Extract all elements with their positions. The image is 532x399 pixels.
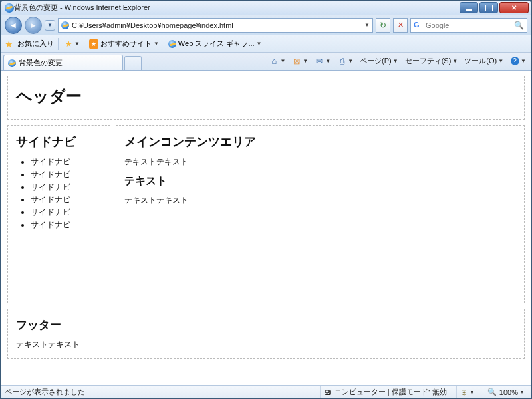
status-shield[interactable]: ▾ — [456, 386, 477, 398]
ie-icon — [5, 3, 14, 13]
zoom-value: 100% — [499, 388, 518, 396]
main-paragraph: テキストテキスト — [124, 156, 516, 168]
viewport: ヘッダー サイドナビ サイドナビ サイドナビ サイドナビ サイドナビ サイドナビ… — [1, 71, 531, 385]
sidenav-item[interactable]: サイドナビ — [31, 182, 102, 193]
search-icon[interactable]: 🔍 — [514, 21, 524, 30]
stop-button[interactable] — [393, 18, 408, 33]
command-bar: ▼ ▼ ▼ ▼ ページ(P)▼ セーフティ(S)▼ ツール(O)▼ ▼ — [267, 53, 529, 70]
favorites-label[interactable]: お気に入り — [17, 39, 54, 49]
suggested-label: おすすめサイト — [100, 39, 152, 49]
address-url: C:¥Users¥admin¥Desktop¥homepage¥index.ht… — [72, 21, 362, 29]
page-menu[interactable]: ページ(P)▼ — [357, 55, 401, 67]
mail-icon — [315, 57, 324, 66]
recent-pages-dropdown[interactable]: ▼ — [45, 20, 55, 31]
help-button[interactable]: ▼ — [507, 55, 529, 67]
webslice-label: Web スライス ギャラ... — [178, 39, 255, 49]
add-fav-icon: ★ — [65, 39, 72, 49]
sidenav-list: サイドナビ サイドナビ サイドナビ サイドナビ サイドナビ サイドナビ — [16, 156, 102, 231]
zoom-control[interactable]: 🔍 100% ▾ — [483, 386, 527, 398]
sidenav-item[interactable]: サイドナビ — [31, 207, 102, 218]
favorites-add-button[interactable]: ★ ▼ — [63, 38, 82, 50]
google-icon: G — [414, 21, 423, 30]
titlebar: 背景色の変更 - Windows Internet Explorer — [1, 1, 531, 15]
sidenav-box: サイドナビ サイドナビ サイドナビ サイドナビ サイドナビ サイドナビ サイドナ… — [7, 125, 110, 303]
home-button[interactable]: ▼ — [267, 55, 288, 67]
print-icon — [337, 57, 346, 66]
status-text: ページが表示されました — [5, 387, 85, 397]
safety-menu[interactable]: セーフティ(S)▼ — [402, 55, 461, 67]
webslice-icon — [168, 40, 176, 48]
header-box: ヘッダー — [7, 76, 525, 120]
search-box[interactable]: G Google 🔍 — [410, 18, 527, 33]
print-button[interactable]: ▼ — [334, 55, 356, 67]
main-subheading: テキスト — [124, 174, 516, 188]
refresh-button[interactable] — [376, 18, 390, 33]
status-zone: コンピューター | 保護モード: 無効 — [320, 386, 451, 398]
page-body: ヘッダー サイドナビ サイドナビ サイドナビ サイドナビ サイドナビ サイドナビ… — [1, 72, 531, 368]
refresh-icon — [380, 21, 386, 30]
zoom-icon: 🔍 — [487, 388, 497, 396]
webslice-link[interactable]: Web スライス ギャラ... ▼ — [166, 37, 265, 50]
favorites-star-icon[interactable]: ★ — [5, 39, 13, 49]
page-icon — [61, 21, 69, 29]
forward-button[interactable]: ► — [25, 17, 42, 34]
search-provider-label: Google — [426, 21, 511, 29]
status-bar: ページが表示されました コンピューター | 保護モード: 無効 ▾ 🔍 100%… — [1, 385, 531, 398]
main-box: メインコンテンツエリア テキストテキスト テキスト テキストテキスト — [116, 125, 525, 303]
footer-paragraph: テキストテキスト — [16, 339, 516, 350]
tools-menu[interactable]: ツール(O)▼ — [462, 55, 506, 67]
tab-row: 背景色の変更 ▼ ▼ ▼ ▼ ページ(P)▼ セーフティ(S)▼ ツール(O)▼… — [1, 53, 531, 71]
stop-icon — [398, 21, 404, 29]
separator — [58, 38, 59, 50]
feed-icon — [292, 57, 301, 66]
ie-window: 背景色の変更 - Windows Internet Explorer ◄ ► ▼… — [0, 0, 532, 399]
tab-active[interactable]: 背景色の変更 — [3, 55, 123, 70]
back-button[interactable]: ◄ — [5, 17, 22, 34]
home-icon — [269, 57, 279, 66]
close-button[interactable] — [499, 2, 529, 13]
window-buttons — [458, 2, 529, 13]
shield-icon — [461, 388, 468, 396]
tab-title: 背景色の変更 — [19, 58, 63, 68]
footer-box: フッター テキストテキスト — [7, 309, 525, 359]
sidenav-item[interactable]: サイドナビ — [31, 156, 102, 168]
new-tab-button[interactable] — [124, 56, 142, 70]
suggested-icon — [89, 39, 98, 49]
feeds-button[interactable]: ▼ — [289, 55, 311, 67]
favorites-bar: ★ お気に入り ★ ▼ おすすめサイト ▼ Web スライス ギャラ... ▼ — [1, 35, 531, 53]
readmail-button[interactable]: ▼ — [312, 55, 333, 67]
sidenav-item[interactable]: サイドナビ — [31, 194, 102, 205]
chevron-down-icon: ▼ — [154, 41, 159, 47]
sidenav-title: サイドナビ — [16, 134, 102, 150]
sidenav-item[interactable]: サイドナビ — [31, 169, 102, 180]
main-title: メインコンテンツエリア — [124, 134, 516, 150]
minimize-button[interactable] — [460, 2, 478, 13]
tab-page-icon — [8, 59, 16, 67]
footer-title: フッター — [16, 317, 516, 332]
nav-row: ◄ ► ▼ C:¥Users¥admin¥Desktop¥homepage¥in… — [1, 15, 531, 35]
address-bar[interactable]: C:¥Users¥admin¥Desktop¥homepage¥index.ht… — [58, 18, 373, 33]
page-header: ヘッダー — [16, 86, 516, 107]
help-icon — [510, 57, 519, 66]
window-title: 背景色の変更 - Windows Internet Explorer — [14, 3, 150, 13]
main-paragraph: テキストテキスト — [124, 195, 516, 206]
status-zone-text: コンピューター | 保護モード: 無効 — [334, 387, 447, 397]
chevron-down-icon: ▼ — [74, 41, 80, 47]
maximize-button[interactable] — [479, 2, 498, 13]
chevron-down-icon: ▾ — [521, 389, 523, 395]
suggested-sites-link[interactable]: おすすめサイト ▼ — [86, 37, 162, 50]
sidenav-item[interactable]: サイドナビ — [31, 219, 102, 231]
chevron-down-icon: ▾ — [471, 389, 473, 395]
address-dropdown-icon[interactable]: ▼ — [364, 22, 370, 28]
computer-icon — [325, 388, 332, 396]
chevron-down-icon: ▼ — [257, 41, 262, 47]
